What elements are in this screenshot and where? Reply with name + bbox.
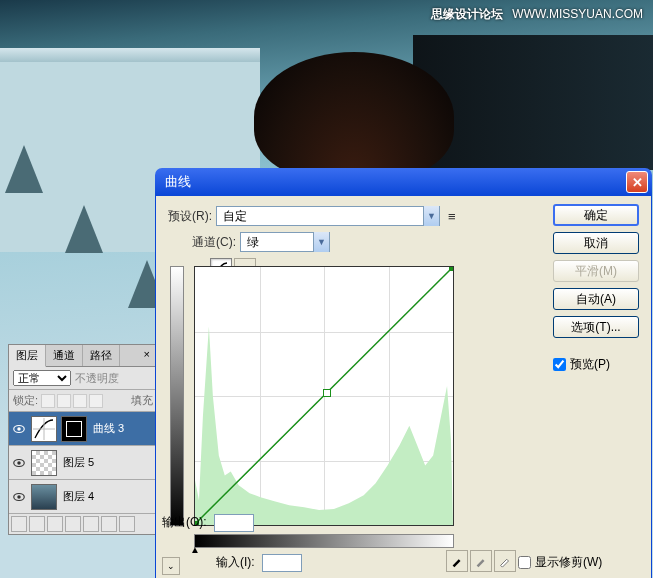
auto-button[interactable]: 自动(A) bbox=[553, 288, 639, 310]
curves-dialog: 曲线 ✕ 预设(R): 自定 ▼ ≡ 通道(C): 绿 ▼ bbox=[155, 168, 652, 578]
curve-grid[interactable] bbox=[194, 266, 454, 526]
layers-panel-footer bbox=[9, 514, 157, 534]
black-point-slider[interactable]: ▲ bbox=[190, 544, 200, 555]
layer-item[interactable]: 图层 4 bbox=[9, 480, 157, 514]
show-clipping-label: 显示修剪(W) bbox=[535, 554, 602, 571]
lock-transparency-icon[interactable] bbox=[41, 394, 55, 408]
lock-row: 锁定: 填充 bbox=[9, 390, 157, 412]
preset-value: 自定 bbox=[217, 208, 253, 225]
new-layer-icon[interactable] bbox=[101, 516, 117, 532]
layer-thumb bbox=[31, 450, 57, 476]
fill-label: 填充 bbox=[131, 393, 153, 408]
preset-combo[interactable]: 自定 ▼ bbox=[216, 206, 440, 226]
channel-combo[interactable]: 绿 ▼ bbox=[240, 232, 330, 252]
layer-name: 曲线 3 bbox=[93, 421, 124, 436]
layers-panel: 图层 通道 路径 × 正常 不透明度 锁定: 填充 曲线 3 图层 5 图层 4 bbox=[8, 344, 158, 535]
layer-item[interactable]: 曲线 3 bbox=[9, 412, 157, 446]
link-layers-icon[interactable] bbox=[11, 516, 27, 532]
dialog-buttons: 确定 取消 平滑(M) 自动(A) 选项(T)... 预览(P) bbox=[553, 204, 639, 373]
preview-checkbox[interactable]: 预览(P) bbox=[553, 356, 639, 373]
ok-button[interactable]: 确定 bbox=[553, 204, 639, 226]
opacity-label: 不透明度 bbox=[75, 371, 119, 386]
curve-handle[interactable] bbox=[449, 266, 454, 271]
gray-point-eyedropper-icon[interactable] bbox=[470, 550, 492, 572]
svg-point-1 bbox=[17, 427, 21, 431]
cancel-button[interactable]: 取消 bbox=[553, 232, 639, 254]
lock-label: 锁定: bbox=[13, 393, 38, 408]
options-button[interactable]: 选项(T)... bbox=[553, 316, 639, 338]
lock-pixels-icon[interactable] bbox=[57, 394, 71, 408]
preset-menu-icon[interactable]: ≡ bbox=[448, 209, 456, 224]
chevron-down-icon: ▼ bbox=[313, 232, 329, 252]
eyedropper-tools bbox=[446, 550, 516, 572]
layers-panel-tabs: 图层 通道 路径 × bbox=[9, 345, 157, 367]
preset-label: 预设(R): bbox=[168, 208, 212, 225]
preview-label: 预览(P) bbox=[570, 356, 610, 373]
close-button[interactable]: ✕ bbox=[626, 171, 648, 193]
visibility-toggle-icon[interactable] bbox=[9, 490, 29, 504]
channel-value: 绿 bbox=[241, 234, 265, 251]
blend-mode-row: 正常 不透明度 bbox=[9, 367, 157, 390]
visibility-toggle-icon[interactable] bbox=[9, 456, 29, 470]
group-icon[interactable] bbox=[83, 516, 99, 532]
layer-mask-thumb bbox=[61, 416, 87, 442]
dialog-titlebar[interactable]: 曲线 ✕ bbox=[155, 168, 652, 196]
output-field: 输出(O): bbox=[162, 514, 254, 532]
input-input[interactable] bbox=[262, 554, 302, 572]
tab-layers[interactable]: 图层 bbox=[9, 345, 46, 367]
lock-icons bbox=[41, 394, 103, 408]
dialog-body: 预设(R): 自定 ▼ ≡ 通道(C): 绿 ▼ 确定 取消 平滑(M) bbox=[155, 196, 652, 578]
delete-layer-icon[interactable] bbox=[119, 516, 135, 532]
svg-point-6 bbox=[17, 461, 21, 465]
fx-icon[interactable] bbox=[29, 516, 45, 532]
show-clipping-input[interactable] bbox=[518, 556, 531, 569]
output-gradient bbox=[170, 266, 184, 526]
layer-name: 图层 4 bbox=[63, 489, 94, 504]
layer-thumb bbox=[31, 484, 57, 510]
curve-area bbox=[170, 266, 454, 526]
channel-label: 通道(C): bbox=[192, 234, 236, 251]
input-label: 输入(I): bbox=[216, 555, 255, 569]
output-input[interactable] bbox=[214, 514, 254, 532]
bg-hair bbox=[254, 52, 454, 182]
visibility-toggle-icon[interactable] bbox=[9, 422, 29, 436]
adjustment-thumb bbox=[31, 416, 57, 442]
svg-point-8 bbox=[17, 495, 21, 499]
tab-paths[interactable]: 路径 bbox=[83, 345, 120, 366]
dialog-title: 曲线 bbox=[165, 173, 191, 191]
curve-handle[interactable] bbox=[323, 389, 331, 397]
watermark-top: 思缘设计论坛 WWW.MISSYUAN.COM bbox=[431, 6, 643, 23]
panel-close-icon[interactable]: × bbox=[120, 345, 157, 366]
input-gradient bbox=[194, 534, 454, 548]
adjustment-icon[interactable] bbox=[65, 516, 81, 532]
layer-name: 图层 5 bbox=[63, 455, 94, 470]
input-field: 输入(I): bbox=[216, 554, 302, 572]
blend-mode-select[interactable]: 正常 bbox=[13, 370, 71, 386]
preview-checkbox-input[interactable] bbox=[553, 358, 566, 371]
smooth-button[interactable]: 平滑(M) bbox=[553, 260, 639, 282]
lock-all-icon[interactable] bbox=[89, 394, 103, 408]
lock-position-icon[interactable] bbox=[73, 394, 87, 408]
black-point-eyedropper-icon[interactable] bbox=[446, 550, 468, 572]
white-point-eyedropper-icon[interactable] bbox=[494, 550, 516, 572]
show-clipping-checkbox[interactable]: 显示修剪(W) bbox=[518, 554, 602, 571]
chevron-down-icon: ▼ bbox=[423, 206, 439, 226]
expand-toggle-icon[interactable]: ⌄ bbox=[162, 557, 180, 575]
output-label: 输出(O): bbox=[162, 515, 207, 529]
tab-channels[interactable]: 通道 bbox=[46, 345, 83, 366]
layer-item[interactable]: 图层 5 bbox=[9, 446, 157, 480]
mask-icon[interactable] bbox=[47, 516, 63, 532]
